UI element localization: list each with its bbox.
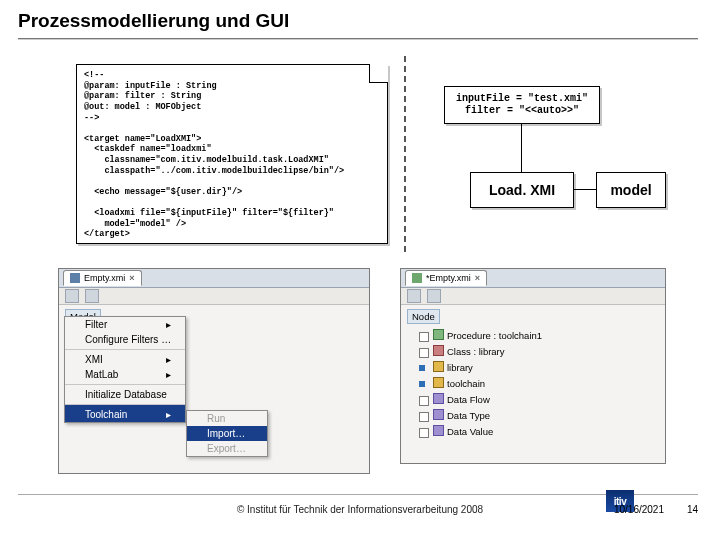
param-line-2: filter = "<<auto>>" — [445, 105, 599, 117]
tabbar-left: Empty.xmi × — [59, 269, 369, 288]
menu-item-configure-filters[interactable]: Configure Filters … — [65, 332, 185, 347]
title-underline — [18, 38, 698, 40]
tree-root-node[interactable]: Node — [407, 309, 440, 324]
menu-item-filter[interactable]: Filter — [65, 317, 185, 332]
menu-item-toolchain[interactable]: Toolchain — [65, 404, 185, 422]
xmi-file-icon — [412, 273, 422, 283]
page-title: Prozessmodellierung und GUI — [18, 10, 289, 32]
footer-page-number: 14 — [687, 504, 698, 515]
connector-vertical — [521, 123, 522, 172]
connector-horizontal — [573, 189, 596, 190]
footer-copyright: © Institut für Technik der Informationsv… — [0, 504, 720, 515]
close-icon[interactable]: × — [129, 273, 134, 283]
dataflow-icon — [433, 393, 444, 404]
datavalue-icon — [433, 425, 444, 436]
procedure-icon — [433, 329, 444, 340]
tree-area-right: Node Procedure : toolchain1 Class : libr… — [401, 305, 665, 473]
tree-item[interactable]: Data Value — [419, 424, 659, 440]
param-line-1: inputFile = "test.xmi" — [445, 93, 599, 105]
node-output: model — [596, 172, 666, 208]
toolbar-button[interactable] — [85, 289, 99, 303]
tree-item[interactable]: Data Type — [419, 408, 659, 424]
param-box: inputFile = "test.xmi" filter = "<<auto>… — [444, 86, 600, 124]
tree-item[interactable]: Data Flow — [419, 392, 659, 408]
tab-empty-xmi-modified[interactable]: *Empty.xmi × — [405, 270, 487, 286]
context-menu-secondary: Run Import… Export… — [186, 410, 268, 457]
tab-label: *Empty.xmi — [426, 273, 471, 283]
tree-item[interactable]: toolchain — [419, 376, 659, 392]
package-icon — [433, 377, 444, 388]
menu-item-matlab[interactable]: MatLab — [65, 367, 185, 382]
tree-list: Procedure : toolchain1 Class : library l… — [407, 328, 659, 440]
footer-divider — [18, 494, 698, 495]
xmi-file-icon — [70, 273, 80, 283]
toolbar-button[interactable] — [427, 289, 441, 303]
package-icon — [433, 361, 444, 372]
submenu-item-run: Run — [187, 411, 267, 426]
footer-date: 10/16/2021 — [614, 504, 664, 515]
tree-item[interactable]: library — [419, 360, 659, 376]
page-fold — [369, 64, 388, 83]
class-icon — [433, 345, 444, 356]
context-menu-primary: Filter Configure Filters … XMI MatLab In… — [64, 316, 186, 423]
tab-label: Empty.xmi — [84, 273, 125, 283]
submenu-item-export: Export… — [187, 441, 267, 456]
vertical-dashed-divider — [404, 56, 406, 252]
toolbar-button[interactable] — [65, 289, 79, 303]
close-icon[interactable]: × — [475, 273, 480, 283]
datatype-icon — [433, 409, 444, 420]
toolbar-left — [59, 288, 369, 305]
screenshot-right: *Empty.xmi × Node Procedure : toolchain1… — [400, 268, 666, 464]
menu-item-init-db[interactable]: Initialize Database — [65, 384, 185, 402]
toolbar-button[interactable] — [407, 289, 421, 303]
submenu-item-import[interactable]: Import… — [187, 426, 267, 441]
tree-item[interactable]: Procedure : toolchain1 — [419, 328, 659, 344]
node-loadxmi: Load. XMI — [470, 172, 574, 208]
toolbar-right — [401, 288, 665, 305]
tabbar-right: *Empty.xmi × — [401, 269, 665, 288]
code-panel: <!-- @param: inputFile : String @param: … — [76, 64, 388, 244]
menu-item-xmi[interactable]: XMI — [65, 349, 185, 367]
tree-item[interactable]: Class : library — [419, 344, 659, 360]
slide: Prozessmodellierung und GUI <!-- @param:… — [0, 0, 720, 540]
code-block: <!-- @param: inputFile : String @param: … — [77, 65, 387, 245]
tab-empty-xmi[interactable]: Empty.xmi × — [63, 270, 142, 286]
